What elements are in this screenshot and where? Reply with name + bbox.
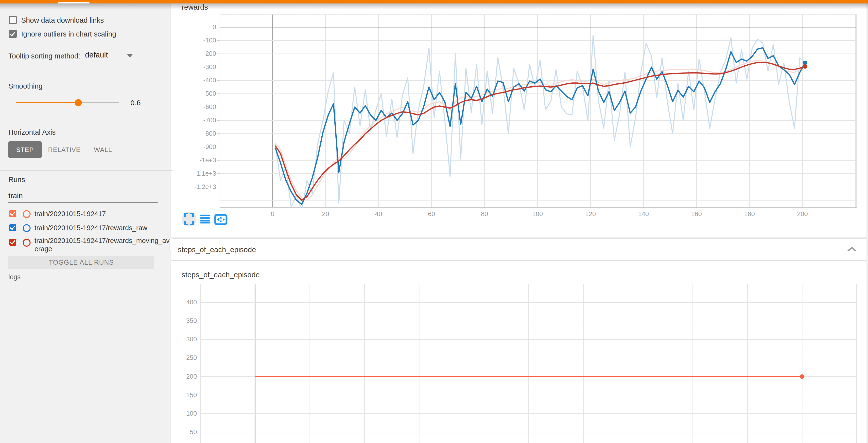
show-data-download-links-checkbox[interactable] [9,16,17,24]
series-rewards-moving-average-original-[interactable] [275,61,805,200]
y-tick-mark [217,134,220,134]
x-tick-label: 60 [422,210,441,218]
smoothing-slider-handle[interactable] [75,99,82,106]
steps-line-chart[interactable] [200,284,857,443]
y-tick-mark [217,27,220,27]
x-tick-label: 160 [687,210,706,218]
sidebar-scrollbar-thumb[interactable] [169,238,172,252]
axis-button-wall[interactable]: WALL [87,141,119,158]
ignore-outliers-label[interactable]: Ignore outliers in chart scaling [21,30,116,38]
divider [0,75,173,75]
top-app-bar [0,0,868,3]
y-tick-label: -200 [173,50,216,57]
y-tick-label: -500 [173,90,216,97]
x-tick-label: 0 [263,210,282,218]
axis-button-step[interactable]: STEP [8,141,42,158]
y-tick-mark [217,107,220,107]
x-tick-label: 40 [369,210,389,218]
y-tick-label: 250 [163,354,197,362]
y-tick-mark [217,40,220,41]
fullscreen-icon[interactable] [185,214,193,225]
y-tick-label: 50 [163,428,197,436]
x-tick-label: 140 [633,210,653,218]
y-tick-label: -1.1e+3 [173,170,216,177]
runs-filter-input[interactable]: train [8,191,23,200]
run-label[interactable]: train/20201015-192417/rewards_moving_ave… [34,237,173,253]
endpoint-dot[interactable] [800,375,804,379]
x-tick-label: 180 [740,210,759,218]
tooltip-sorting-select[interactable]: default [85,51,108,59]
checkmark-icon [10,210,15,216]
run-radio-icon[interactable] [23,239,31,247]
y-tick-mark [217,80,220,81]
checkmark-icon [10,224,15,230]
x-tick-label: 120 [581,210,600,218]
axis-button-relative[interactable]: RELATIVE [47,141,82,158]
divider [0,170,173,171]
run-row[interactable] [9,239,16,246]
steps-section-header-card[interactable] [171,239,867,260]
steps-chart-title: steps_of_each_episode [182,271,260,279]
checkmark-icon [10,239,15,244]
chart-toolbar [182,210,241,228]
run-checkbox[interactable] [9,224,16,231]
y-tick-label: -1.2e+3 [173,183,216,191]
y-tick-label: 100 [163,410,197,417]
x-tick-label: 20 [316,210,335,218]
section-header-title[interactable]: steps_of_each_episode [178,245,256,254]
y-tick-label: -800 [173,130,216,138]
y-tick-label: 300 [163,335,197,343]
checkbox-icon[interactable] [9,30,17,38]
collapse-section-icon[interactable] [847,246,857,253]
horizontal-axis-label: Horizontal Axis [8,128,56,137]
run-checkbox[interactable] [9,210,16,217]
run-row[interactable] [9,210,16,217]
run-checkbox[interactable] [9,239,16,246]
y-tick-mark [217,54,220,54]
smoothing-label: Smoothing [8,82,43,90]
run-row[interactable] [9,224,16,231]
y-tick-mark [217,67,220,67]
dropdown-arrow-icon[interactable] [127,54,132,57]
y-tick-label: -600 [173,103,216,111]
runs-filter-underline [8,202,158,203]
x-tick-label: 200 [793,210,812,218]
run-label[interactable]: train/20201015-192417 [34,210,106,218]
y-tick-label: -400 [173,77,216,84]
y-tick-label: 350 [163,317,197,325]
run-label[interactable]: train/20201015-192417/rewards_raw [34,224,147,232]
tensorboard-app: { "app": {"accent_color": "#f57c00", "to… [0,0,868,443]
run-radio-icon[interactable] [23,210,31,218]
endpoint-dot[interactable] [803,64,807,68]
series-rewards-raw-smoothed-0-6-[interactable] [275,48,805,205]
ignore-outliers-checkbox[interactable] [9,30,17,38]
tooltip-sorting-label: Tooltip sorting method: [8,52,80,60]
y-tick-label: 150 [163,391,197,399]
series-rewards-moving-average-smoothed-0-6-[interactable] [275,62,805,200]
y-tick-label: 200 [163,373,197,380]
active-tab-indicator [58,2,89,3]
toggle-y-axis-icon[interactable] [200,215,210,224]
x-tick-label: 100 [528,210,547,218]
y-tick-label: -700 [173,116,216,124]
x-tick-label: 80 [475,210,494,218]
y-tick-mark [217,173,220,174]
y-tick-mark [217,160,220,160]
rewards-line-chart[interactable] [220,14,857,208]
y-tick-label: -1e+3 [173,156,216,164]
show-data-download-links-label[interactable]: Show data download links [21,16,104,24]
y-tick-label: 0 [173,23,216,31]
smoothing-value-input[interactable]: 0.6 [123,99,148,107]
divider [0,121,173,121]
y-tick-mark [217,120,220,121]
smoothing-value-underline [126,109,156,109]
run-radio-icon[interactable] [23,224,31,232]
smoothing-slider-fill [16,102,78,104]
app-bar-shadow [0,3,868,9]
toggle-all-runs-button[interactable]: TOGGLE ALL RUNS [8,256,154,269]
checkbox-icon[interactable] [9,16,17,24]
fit-domain-icon[interactable] [215,215,226,224]
y-tick-label: -900 [173,143,216,151]
y-tick-mark [217,93,220,94]
series-rewards-raw-original-[interactable] [275,35,805,208]
